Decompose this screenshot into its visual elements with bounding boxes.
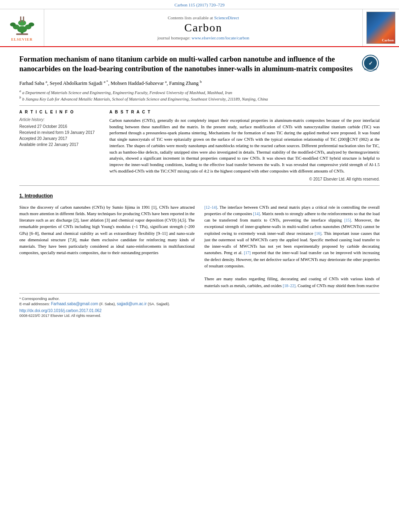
journal-homepage: journal homepage: www.elsevier.com/locat… (157, 35, 249, 40)
introduction-heading: 1. Introduction (19, 193, 380, 199)
corresponding-star: * (105, 80, 108, 84)
journal-header: ELSEVIER Contents lists available at Sci… (0, 9, 399, 47)
email-line: E-mail addresses: Farhaad.saba@gmail.com… (19, 301, 380, 307)
svg-rect-9 (16, 33, 28, 35)
page: Carbon 115 (2017) 720–729 (0, 0, 399, 532)
svg-point-6 (18, 20, 26, 26)
intro-col-1: Since the discovery of carbon nanotubes … (19, 204, 195, 289)
ref-17[interactable]: [17] (244, 251, 251, 255)
elsevier-tree-icon (8, 14, 36, 36)
svg-rect-7 (20, 16, 21, 22)
doi-link[interactable]: http://dx.doi.org/10.1016/j.carbon.2017.… (19, 308, 102, 313)
affiliation-a: a a Department of Materials Science and … (19, 89, 380, 95)
doi-line[interactable]: http://dx.doi.org/10.1016/j.carbon.2017.… (19, 308, 380, 313)
svg-text:✓: ✓ (368, 60, 373, 66)
elsevier-brand-text: ELSEVIER (8, 37, 36, 41)
article-info-abstract-section: A R T I C L E I N F O Article history: R… (19, 110, 380, 181)
online-date: Available online 22 January 2017 (19, 142, 100, 148)
affil-sup-a3: a (165, 80, 167, 84)
science-direct-link[interactable]: ScienceDirect (214, 15, 239, 20)
intro-text-2: [12–14]. The interface between CNTs and … (204, 204, 380, 289)
journal-cover: Carbon (363, 9, 399, 46)
affil-sup-a: a (45, 80, 47, 84)
ref-15[interactable]: [15] (344, 218, 351, 222)
ref-14[interactable]: [14] (253, 212, 260, 216)
ref-12-14[interactable]: [12–14] (204, 205, 217, 210)
authors-line: Farhad Saba a, Seyed Abdolkarim Sajjadi … (19, 80, 380, 86)
contents-line: Contents lists available at ScienceDirec… (168, 15, 239, 20)
crossmark-icon: ✓ CrossMark (362, 54, 380, 72)
email-1-link[interactable]: Farhaad.saba@gmail.com (51, 302, 98, 306)
svg-point-5 (29, 23, 34, 27)
journal-homepage-link[interactable]: www.elsevier.com/locate/carbon (191, 35, 249, 40)
intro-text-1: Since the discovery of carbon nanotubes … (19, 204, 195, 257)
main-content: Formation mechanism of nano titanium car… (0, 47, 399, 322)
ref-16[interactable]: [16] (315, 231, 321, 236)
received-date: Received 27 October 2016 (19, 123, 100, 129)
svg-rect-8 (23, 16, 24, 22)
article-info-heading: A R T I C L E I N F O (19, 110, 100, 114)
issn-line: 0008-6223/© 2017 Elsevier Ltd. All right… (19, 314, 380, 318)
article-info-column: A R T I C L E I N F O Article history: R… (19, 110, 100, 181)
intro-col-2: [12–14]. The interface between CNTs and … (204, 204, 380, 289)
footnote-area: * Corresponding author. E-mail addresses… (19, 293, 380, 318)
affiliation-b: b b Jiangsu Key Lab for Advanced Metalli… (19, 95, 380, 101)
separator (19, 105, 380, 106)
separator-2 (19, 185, 380, 186)
journal-name: Carbon (184, 21, 222, 34)
introduction-columns: Since the discovery of carbon nanotubes … (19, 204, 380, 289)
article-history-label: Article history: (19, 117, 100, 122)
introduction-section: 1. Introduction Since the discovery of c… (19, 193, 380, 289)
journal-citation: Carbon 115 (2017) 720–729 (175, 2, 225, 7)
svg-point-4 (10, 23, 16, 27)
article-title: Formation mechanism of nano titanium car… (19, 54, 380, 74)
svg-text:CrossMark: CrossMark (364, 68, 377, 70)
journal-top-bar: Carbon 115 (2017) 720–729 (0, 0, 399, 9)
journal-cover-label: Carbon (382, 38, 394, 42)
abstract-text: Carbon nanotubes (CNTs), generally do no… (109, 117, 380, 175)
abstract-heading: A B S T R A C T (109, 110, 380, 114)
revised-date: Received in revised form 19 January 2017 (19, 129, 100, 136)
elsevier-logo: ELSEVIER (0, 9, 44, 46)
email-2-link[interactable]: sajjadi@um.ac.ir (117, 302, 147, 306)
abstract-column: A B S T R A C T Carbon nanotubes (CNTs),… (109, 110, 380, 181)
affil-sup-b: b (200, 80, 202, 84)
accepted-date: Accepted 20 January 2017 (19, 136, 100, 142)
ref-18-22[interactable]: [18–22] (283, 283, 296, 288)
corresponding-author-note: * Corresponding author. (19, 296, 380, 301)
copyright-line: © 2017 Elsevier Ltd. All rights reserved… (109, 177, 380, 181)
journal-cover-image: Carbon (366, 12, 395, 44)
journal-center-info: Contents lists available at ScienceDirec… (44, 9, 363, 46)
